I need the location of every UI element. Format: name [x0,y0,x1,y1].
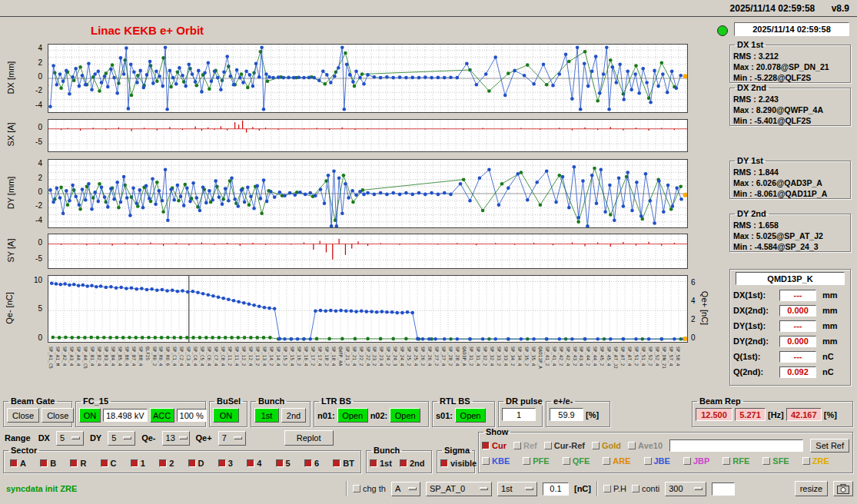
s01-open-button[interactable]: Open [455,408,486,423]
beam-rep-hz-unit: [Hz] [768,410,784,419]
ph-label: P.H [613,484,626,493]
sector-bt-checkbox[interactable]: BT [333,459,354,468]
resize-button[interactable]: resize [795,481,828,496]
checkbox-label: QFE [573,456,590,466]
show-cur-checkbox[interactable]: Cur [482,441,507,450]
bpm-label: QAD11P_A [538,346,543,369]
y-tick-label: 0 [38,238,42,247]
n01-open-button[interactable]: Open [337,408,368,423]
chg-th-checkbox[interactable]: chg th [353,484,386,493]
n02-label: n02: [370,411,388,420]
checkbox-label: B [50,459,56,468]
eplus-eminus-value: 59.9 [550,408,583,421]
conti-checkbox[interactable]: conti [632,484,659,493]
show-pfe-checkbox[interactable]: PFE [523,456,549,466]
range-dy-dropdown[interactable]: 5 [108,431,135,446]
n02-open-button[interactable]: Open [390,408,420,423]
stat-rms: RMS : 3.212 [733,51,847,61]
dx-orbit-plot[interactable] [48,44,688,113]
bunch-2nd-button[interactable]: 2nd [281,408,306,423]
range-qe-dropdown[interactable]: 7 [218,431,246,446]
sx-steering-plot[interactable] [48,119,688,152]
show-ref-checkbox[interactable]: Ref [513,441,537,450]
fc15-acc-button[interactable]: ACC [150,408,174,423]
show-row1-items: CurRefCur-RefGoldAve10 [482,441,663,450]
checkbox-label: 2 [169,459,174,468]
bpm-label: SP_27_4 [441,346,447,366]
dy-orbit-plot[interactable] [48,159,688,228]
show-sfe-checkbox[interactable]: SFE [762,456,789,466]
show-qfe-checkbox[interactable]: QFE [563,456,590,466]
sector-r-checkbox[interactable]: R [70,459,86,468]
fc15-on-button[interactable]: ON [79,408,101,423]
sector-4-checkbox[interactable]: 4 [247,459,261,468]
set-ref-input[interactable] [669,439,803,452]
rtl-bs-label: RTL BS [437,396,473,406]
range-qe-dropdown[interactable]: 13 [162,431,190,446]
bpm-label: SP_16_4 [304,346,309,366]
beam-gate-close-1-button[interactable]: Close [7,408,39,423]
checkbox-square [188,459,196,467]
show-curref-checkbox[interactable]: Cur-Ref [544,441,585,450]
sector-5-checkbox[interactable]: 5 [276,459,291,468]
fc15-label: FC_15 [81,396,111,406]
bunch-2nd-checkbox[interactable]: 2nd [400,459,425,468]
sector-label: Sector [8,446,39,455]
bunch-1st-button[interactable]: 1st [254,408,279,423]
mode-a-dropdown[interactable]: A [391,482,420,496]
sy-steering-plot[interactable] [48,234,688,269]
dropdown-value: 300 [669,484,683,493]
fc15-group: FC_15 ON 18.498 kV ACC 100 % [75,396,206,427]
checkbox-label: 3 [228,459,233,468]
show-ave10-checkbox[interactable]: Ave10 [628,441,663,450]
show-rfe-checkbox[interactable]: RFE [722,456,749,466]
ph-checkbox[interactable]: P.H [603,484,626,493]
show-gold-checkbox[interactable]: Gold [592,441,621,450]
sector-c-checkbox[interactable]: C [101,459,117,468]
threshold-input[interactable]: 0.1 [543,482,569,496]
show-jbp-checkbox[interactable]: JBP [683,456,709,466]
beam-gate-close-2-button[interactable]: Close [42,408,74,423]
average-count-dropdown[interactable]: 300 [665,482,706,496]
sector-3-checkbox[interactable]: 3 [218,459,233,468]
show-row2-items: KBEPFEQFEAREJBEJBPRFESFEZRE [482,456,849,466]
bpm-label: SP_B1_4 [90,346,95,366]
y-tick-label: 4 [38,44,42,52]
show-jbe-checkbox[interactable]: JBE [644,456,670,466]
set-ref-button[interactable]: Set Ref [810,439,849,453]
range-dx-dropdown[interactable]: 5 [56,431,84,446]
checkbox-square [603,485,611,492]
ltr-bs-group: LTR BS n01: Open n02: Open [314,396,429,427]
sigma-visible-checkbox[interactable]: visible [440,459,477,468]
sector-a-checkbox[interactable]: A [10,459,26,468]
sector-1-checkbox[interactable]: 1 [131,459,145,468]
checkbox-square [544,442,552,449]
sector-6-checkbox[interactable]: 6 [304,459,319,468]
sector-b-checkbox[interactable]: B [40,459,56,468]
busel-on-button[interactable]: ON [213,408,239,423]
sector-2-checkbox[interactable]: 2 [159,459,174,468]
dropdown-glyph-icon [694,487,703,490]
range-field-label: DY [90,433,101,443]
checkbox-label: visible [450,459,477,468]
aux-input[interactable] [712,482,735,496]
bpm-select-dropdown[interactable]: SP_AT_0 [426,482,492,496]
bpm-label: SP_43_4 [579,346,584,366]
bunch-select-dropdown[interactable]: 1st [497,482,537,496]
bpm-label: SP_DN_21 [662,346,667,369]
checkbox-label: ZRE [812,456,829,466]
show-kbe-checkbox[interactable]: KBE [482,456,510,466]
bunch-1st-checkbox[interactable]: 1st [370,459,392,468]
bpm-label: SP_A1_C5 [48,346,54,369]
replot-button[interactable]: Replot [284,430,334,446]
show-zre-checkbox[interactable]: ZRE [802,456,829,466]
selected-magnet-panel: QMD13P_K DX(1st):---mmDX(2nd):0.000mmDY(… [729,269,851,386]
camera-button[interactable] [833,481,853,496]
y-tick-label: 0 [38,333,42,342]
qmd-row-label: DY(2nd): [733,337,776,346]
qe-y2tick-gutter: 6420 [689,275,702,343]
show-are-checkbox[interactable]: ARE [603,456,630,466]
sector-d-checkbox[interactable]: D [188,459,204,468]
bpm-label: SP_34_4 [517,346,523,366]
charge-plot[interactable] [48,275,688,343]
